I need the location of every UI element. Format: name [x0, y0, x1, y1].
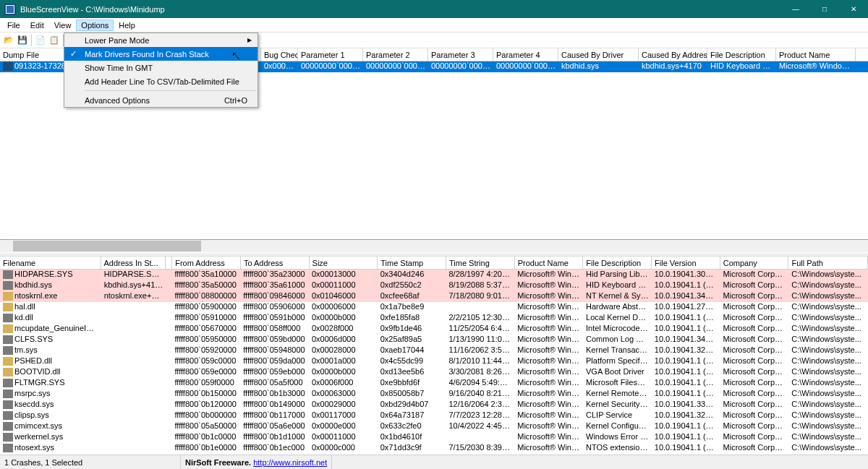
check-icon: ✓ [70, 49, 77, 59]
lower-col[interactable]: Address In St... [101, 257, 166, 269]
driver-row[interactable]: FLTMGR.SYSfffff800`059f0000fffff800`05a5… [0, 378, 868, 389]
driver-row[interactable]: mcupdate_GenuineIntel.dllfffff800`056700… [0, 324, 868, 335]
upper-hscroll[interactable] [0, 240, 868, 252]
upper-col[interactable]: Bug Chec... [261, 48, 298, 61]
lower-col[interactable]: Size [310, 257, 378, 269]
lower-col[interactable]: Time String [446, 257, 515, 269]
minimize-button[interactable]: — [781, 0, 810, 18]
lower-pane: FilenameAddress In St...From AddressTo A… [0, 257, 868, 461]
menu-view[interactable]: View [49, 20, 77, 31]
submenu-arrow-icon: ▶ [247, 37, 252, 43]
lower-col[interactable]: To Address [241, 257, 310, 269]
menu-options[interactable]: Options [76, 20, 114, 31]
lower-col[interactable]: Time Stamp [378, 257, 446, 269]
status-left: 1 Crashes, 1 Selected [0, 455, 181, 469]
driver-row[interactable]: tm.sysfffff800`05920000fffff800`05948000… [0, 345, 868, 356]
menu-show-time-gmt[interactable]: Show Time In GMT [64, 61, 258, 74]
lower-col[interactable] [166, 257, 172, 269]
upper-col[interactable]: Parameter 2 [363, 48, 428, 61]
window-title: BlueScreenView - C:\Windows\Minidump [20, 5, 781, 14]
menu-file[interactable]: File [2, 20, 25, 31]
driver-row[interactable]: HIDPARSE.SYSHIDPARSE.SYS+4cadfffff800`35… [0, 270, 868, 280]
statusbar: 1 Crashes, 1 Selected NirSoft Freeware. … [0, 455, 868, 469]
lower-col[interactable]: Company [720, 257, 789, 269]
driver-row[interactable]: hal.dllfffff800`05900000fffff800`0590600… [0, 302, 868, 313]
upper-col[interactable]: Parameter 3 [428, 48, 493, 61]
upper-col[interactable]: Caused By Address [639, 48, 707, 61]
toolbar-save-icon[interactable]: 💾 [16, 34, 29, 47]
toolbar-copy-icon[interactable]: 📋 [48, 34, 61, 47]
driver-row[interactable]: cmimcext.sysfffff800`05a50000fffff800`05… [0, 421, 868, 432]
menu-separator [85, 90, 256, 91]
upper-col[interactable]: Caused By Driver [558, 48, 639, 61]
upper-col[interactable]: Product Name [776, 48, 856, 61]
toolbar-refresh-icon[interactable]: 📄 [34, 34, 47, 47]
lower-col[interactable]: File Description [583, 257, 652, 269]
menu-edit[interactable]: Edit [25, 20, 49, 31]
upper-col[interactable]: Parameter 1 [298, 48, 363, 61]
lower-col[interactable]: From Address [172, 257, 241, 269]
close-button[interactable]: ✕ [839, 0, 868, 18]
menu-advanced-options[interactable]: Advanced OptionsCtrl+O [64, 93, 258, 107]
lower-col[interactable]: File Version [652, 257, 720, 269]
driver-row[interactable]: ksecdd.sysfffff800`0b120000fffff800`0b14… [0, 400, 868, 410]
driver-row[interactable]: clipsp.sysfffff800`0b000000fffff800`0b11… [0, 410, 868, 421]
options-dropdown: Lower Pane Mode▶ ✓ Mark Drivers Found In… [64, 33, 258, 108]
lower-col[interactable]: Product Name [515, 257, 584, 269]
driver-row[interactable]: ntoskrnl.exentoskrnl.exe+218b...fffff800… [0, 291, 868, 302]
menu-mark-drivers[interactable]: ✓ Mark Drivers Found In Crash Stack [64, 47, 258, 61]
driver-row[interactable]: ntosext.sysfffff800`0b1e0000fffff800`0b1… [0, 443, 868, 454]
menu-add-header-line[interactable]: Add Header Line To CSV/Tab-Delimited Fil… [64, 74, 258, 88]
driver-row[interactable]: kd.dllfffff800`05910000fffff800`0591b000… [0, 313, 868, 324]
app-icon [4, 4, 16, 15]
lower-col[interactable]: Filename [0, 257, 101, 269]
driver-row[interactable]: werkernel.sysfffff800`0b1c0000fffff800`0… [0, 432, 868, 443]
titlebar: BlueScreenView - C:\Windows\Minidump — □… [0, 0, 868, 18]
menubar: File Edit View Options Help [0, 18, 868, 33]
upper-col[interactable]: Parameter 4 [493, 48, 558, 61]
driver-row[interactable]: msrpc.sysfffff800`0b150000fffff800`0b1b3… [0, 389, 868, 400]
driver-row[interactable]: kbdhid.syskbdhid.sys+4170fffff800`35a500… [0, 280, 868, 291]
driver-row[interactable]: CLFS.SYSfffff800`05950000fffff800`059bd0… [0, 335, 868, 345]
menu-help[interactable]: Help [114, 20, 140, 31]
driver-row[interactable]: BOOTVID.dllfffff800`059e0000fffff800`059… [0, 367, 868, 378]
maximize-button[interactable]: □ [810, 0, 839, 18]
toolbar-open-icon[interactable]: 📂 [2, 34, 15, 47]
upper-col[interactable]: File Description [707, 48, 776, 61]
menu-lower-pane-mode[interactable]: Lower Pane Mode▶ [64, 33, 258, 47]
status-link[interactable]: NirSoft Freeware. http://www.nirsoft.net [181, 455, 332, 469]
lower-grid-header[interactable]: FilenameAddress In St...From AddressTo A… [0, 257, 868, 270]
driver-row[interactable]: PSHED.dllfffff800`059c0000fffff800`059da… [0, 356, 868, 367]
lower-col[interactable]: Full Path [788, 257, 868, 269]
